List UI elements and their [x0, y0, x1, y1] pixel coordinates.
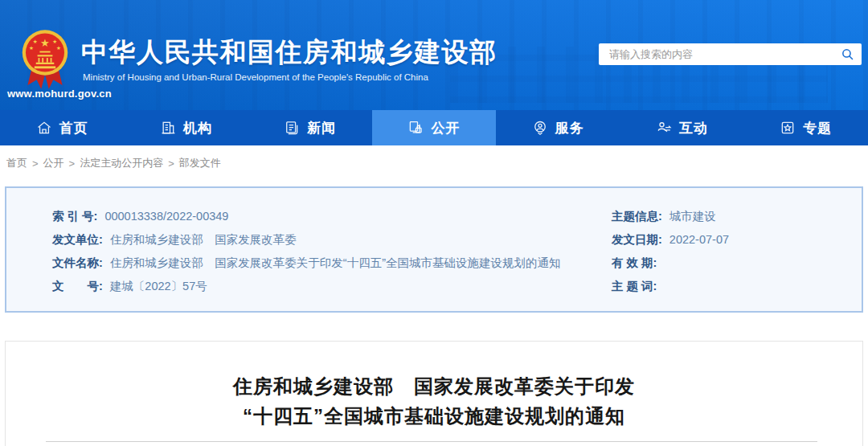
meta-row-issue-date: 发文日期:2022-07-07	[612, 228, 862, 252]
meta-row-issuing-unit: 发文单位:住房和城乡建设部 国家发展改革委	[52, 228, 612, 252]
article-title: 住房和城乡建设部 国家发展改革委关于印发 “十四五”全国城市基础设施建设规划的通…	[6, 371, 862, 431]
breadcrumb-separator: >	[32, 158, 39, 170]
meta-row-keywords: 主 题 词:	[612, 275, 862, 298]
search-button[interactable]	[833, 43, 862, 65]
site-url: www.mohurd.gov.cn	[7, 88, 112, 100]
nav-item-topics[interactable]: 专题	[744, 110, 868, 145]
meta-label: 文件名称:	[52, 256, 103, 269]
breadcrumb: 首页 > 公开 > 法定主动公开内容 > 部发文件	[0, 145, 868, 181]
meta-label: 文 号:	[52, 280, 103, 293]
article-title-line2: “十四五”全国城市基础设施建设规划的通知	[6, 401, 862, 431]
meta-label: 发文单位:	[52, 233, 103, 246]
svg-text:★: ★	[29, 45, 34, 51]
article-card: 住房和城乡建设部 国家发展改革委关于印发 “十四五”全国城市基础设施建设规划的通…	[5, 341, 863, 446]
nav-label: 首页	[59, 119, 88, 137]
search-input[interactable]	[599, 43, 833, 65]
svg-text:★: ★	[56, 45, 61, 51]
nav-label: 服务	[555, 119, 584, 137]
meta-value: 住房和城乡建设部 国家发展改革委	[110, 233, 297, 246]
meta-column-right: 主题信息:城市建设 发文日期:2022-07-07 有 效 期: 主 题 词:	[612, 205, 862, 298]
nav-label: 公开	[431, 119, 460, 137]
meta-row-validity-period: 有 效 期:	[612, 252, 862, 275]
search-icon	[841, 47, 854, 61]
document-meta-box: 索 引 号:000013338/2022-00349 发文单位:住房和城乡建设部…	[5, 186, 863, 313]
nav-label: 互动	[679, 119, 708, 137]
organization-icon	[160, 120, 176, 136]
nav-item-interaction[interactable]: 互动	[620, 110, 743, 145]
search-box	[599, 43, 862, 65]
meta-value: 建城〔2022〕57号	[110, 280, 207, 293]
svg-text:★: ★	[52, 39, 57, 44]
interaction-icon	[656, 120, 672, 136]
meta-value: 住房和城乡建设部 国家发展改革委关于印发“十四五”全国城市基础设施建设规划的通知	[110, 256, 561, 269]
mohurd-gov-page: ★ ★ ★ ★ ★ www.mohurd.gov.cn 中华人民共和国住房和城乡…	[0, 0, 868, 446]
svg-text:★: ★	[40, 37, 50, 49]
nav-label: 专题	[803, 119, 832, 137]
article-content-divider	[46, 441, 817, 442]
main-navigation: 首页 机构 新闻 公开 服务	[0, 110, 868, 145]
nav-item-news[interactable]: 新闻	[248, 110, 372, 145]
site-title-english: Ministry of Housing and Urban-Rural Deve…	[83, 72, 428, 82]
nav-item-home[interactable]: 首页	[0, 110, 124, 145]
site-header: ★ ★ ★ ★ ★ www.mohurd.gov.cn 中华人民共和国住房和城乡…	[0, 0, 868, 110]
nav-item-disclosure[interactable]: 公开	[372, 110, 496, 145]
breadcrumb-separator: >	[168, 158, 174, 170]
breadcrumb-home[interactable]: 首页	[6, 156, 27, 170]
meta-value: 2022-07-07	[669, 233, 729, 246]
meta-label: 主题信息:	[612, 210, 662, 223]
meta-label: 主 题 词:	[612, 280, 657, 293]
meta-label: 有 效 期:	[612, 256, 657, 269]
breadcrumb-statutory-disclosure[interactable]: 法定主动公开内容	[80, 156, 163, 170]
home-icon	[36, 120, 52, 136]
meta-column-left: 索 引 号:000013338/2022-00349 发文单位:住房和城乡建设部…	[6, 205, 612, 298]
nav-label: 机构	[183, 119, 212, 137]
meta-row-topic-info: 主题信息:城市建设	[612, 205, 862, 228]
meta-label: 索 引 号:	[52, 210, 97, 223]
disclosure-icon	[407, 120, 424, 136]
svg-text:★: ★	[33, 39, 38, 44]
china-national-emblem-icon: ★ ★ ★ ★ ★	[19, 26, 71, 92]
nav-label: 新闻	[307, 119, 336, 137]
news-icon	[284, 120, 300, 136]
meta-row-document-number: 文 号:建城〔2022〕57号	[52, 275, 612, 298]
meta-row-document-name: 文件名称:住房和城乡建设部 国家发展改革委关于印发“十四五”全国城市基础设施建设…	[52, 252, 612, 275]
meta-label: 发文日期:	[612, 233, 662, 246]
breadcrumb-ministry-documents[interactable]: 部发文件	[179, 156, 221, 170]
topics-icon	[780, 120, 796, 136]
article-title-line1: 住房和城乡建设部 国家发展改革委关于印发	[6, 371, 862, 401]
breadcrumb-separator: >	[69, 158, 76, 170]
nav-item-services[interactable]: 服务	[496, 110, 620, 145]
meta-row-index-number: 索 引 号:000013338/2022-00349	[52, 205, 612, 228]
site-title-chinese: 中华人民共和国住房和城乡建设部	[81, 35, 497, 71]
meta-value: 城市建设	[669, 210, 716, 223]
nav-item-organization[interactable]: 机构	[124, 110, 248, 145]
service-icon	[532, 120, 548, 136]
breadcrumb-disclosure[interactable]: 公开	[43, 156, 64, 170]
meta-value: 000013338/2022-00349	[104, 210, 228, 223]
